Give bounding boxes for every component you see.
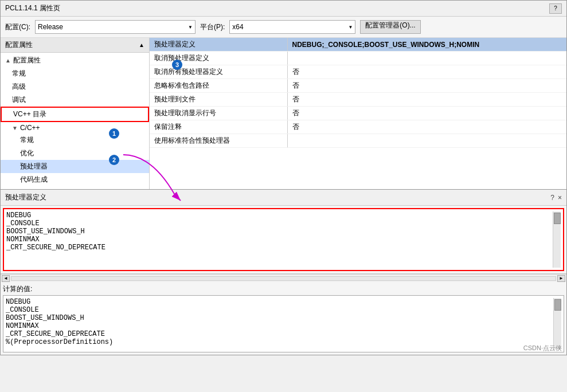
sub-dialog-close[interactable]: × — [558, 194, 562, 202]
sub-dialog-title-bar: 预处理器定义 ? × — [1, 190, 566, 206]
text-input-content[interactable]: NDEBUG_CONSOLEBOOST_USE_WINDOWS_HNOMINMA… — [6, 211, 553, 268]
window-title: PCL1.14.1 属性页 — [5, 3, 60, 13]
watermark: CSDN·点云侠 — [523, 344, 562, 352]
badge-1: 1 — [109, 128, 119, 139]
text-scrollbar-thumb[interactable] — [554, 213, 561, 224]
tree-item-debug-label: 调试 — [12, 95, 26, 105]
tree-item-debug[interactable]: 调试 — [1, 93, 149, 107]
calc-box: NDEBUG_CONSOLEBOOST_USE_WINDOWS_HNOMINMA… — [3, 295, 564, 352]
calc-line: _CONSOLE — [6, 306, 553, 314]
tree-item-advanced-label: 高级 — [12, 82, 26, 92]
tree-scroll-up[interactable]: ▲ — [139, 42, 144, 48]
badge-2: 2 — [109, 155, 119, 165]
tree-item-label: 配置属性 — [13, 56, 41, 65]
sub-dialog: 预处理器定义 ? × NDEBUG_CONSOLEBOOST_USE_WINDO… — [0, 189, 567, 355]
props-row-label: 使用标准符合性预处理器 — [150, 134, 287, 148]
title-controls: ? — [549, 3, 562, 14]
sub-dialog-help[interactable]: ? — [550, 194, 554, 202]
h-scroll-track[interactable] — [11, 276, 556, 281]
tree-item-vcpp-dir-label: VC++ 目录 — [13, 109, 46, 119]
tree-item-cpp-general[interactable]: 常规 — [1, 134, 149, 147]
props-row[interactable]: 忽略标准包含路径否 — [150, 79, 566, 93]
props-row-label: 取消预处理器定义 — [150, 52, 287, 65]
platform-label: 平台(P): — [200, 22, 225, 32]
sub-dialog-controls: ? × — [550, 194, 562, 202]
tree-item-optimize[interactable]: 优化 — [1, 147, 149, 160]
text-line: NOMINMAX — [6, 236, 553, 244]
props-row[interactable]: 预处理取消显示行号否 — [150, 107, 566, 120]
props-panel: 预处理器定义NDEBUG;_CONSOLE;BOOST_USE_WINDOWS_… — [150, 38, 566, 195]
tree-item-optimize-label: 优化 — [20, 148, 34, 158]
config-label: 配置(C): — [5, 22, 30, 32]
tree-item-advanced[interactable]: 高级 — [1, 80, 149, 93]
tree-item-cpp-label: C/C++ — [20, 124, 40, 132]
props-row[interactable]: 保留注释否 — [150, 120, 566, 134]
platform-value: x64 — [232, 23, 243, 31]
props-row-value: 否 — [287, 120, 566, 134]
tree-items: ▲ 配置属性 常规 高级 调试 VC++ 目录 — [1, 53, 149, 195]
props-row[interactable]: 预处理到文件否 — [150, 93, 566, 107]
text-line: _CRT_SECURE_NO_DEPRECATE — [6, 244, 553, 252]
props-row-label: 保留注释 — [150, 120, 287, 134]
h-scroll-left[interactable]: ◄ — [2, 275, 10, 282]
props-row[interactable]: 使用标准符合性预处理器 — [150, 134, 566, 148]
tree-item-root[interactable]: ▲ 配置属性 — [1, 54, 149, 67]
title-bar: PCL1.14.1 属性页 ? — [1, 1, 566, 17]
props-row[interactable]: 取消预处理器定义 — [150, 52, 566, 65]
calc-scrollbar-thumb[interactable] — [554, 299, 561, 311]
calc-line: %(PreprocessorDefinitions) — [6, 338, 553, 346]
text-line: BOOST_USE_WINDOWS_H — [6, 228, 553, 236]
props-row-value: NDEBUG;_CONSOLE;BOOST_USE_WINDOWS_H;NOMI… — [287, 38, 566, 52]
h-scroll-right[interactable]: ► — [557, 275, 565, 282]
text-line: NDEBUG — [6, 211, 553, 219]
tree-item-general-label: 常规 — [12, 69, 26, 79]
props-row-value — [287, 134, 566, 148]
props-row-value: 否 — [287, 93, 566, 107]
tree-item-cpp[interactable]: ▼ C/C++ — [1, 122, 149, 134]
props-row-value: 否 — [287, 65, 566, 79]
calc-content: NDEBUG_CONSOLEBOOST_USE_WINDOWS_HNOMINMA… — [6, 298, 553, 350]
tree-panel: 配置属性 ▲ ▲ 配置属性 常规 高级 调试 — [1, 38, 150, 195]
props-table: 预处理器定义NDEBUG;_CONSOLE;BOOST_USE_WINDOWS_… — [150, 38, 566, 148]
config-select[interactable]: Release ▼ — [35, 20, 195, 34]
props-row[interactable]: 取消所有预处理器定义否 — [150, 65, 566, 79]
config-value: Release — [38, 23, 63, 31]
tree-item-codegen[interactable]: 代码生成 — [1, 173, 149, 186]
text-line: _CONSOLE — [6, 219, 553, 228]
text-area-section: NDEBUG_CONSOLEBOOST_USE_WINDOWS_HNOMINMA… — [1, 206, 566, 274]
calc-label: 计算的值: — [3, 284, 564, 294]
props-row[interactable]: 预处理器定义NDEBUG;_CONSOLE;BOOST_USE_WINDOWS_… — [150, 38, 566, 52]
content-area: 配置属性 ▲ ▲ 配置属性 常规 高级 调试 — [1, 38, 566, 195]
props-row-label: 预处理取消显示行号 — [150, 107, 287, 120]
tree-header-label: 配置属性 — [5, 40, 33, 50]
calc-line: NDEBUG — [6, 298, 553, 306]
props-row-value: 否 — [287, 79, 566, 93]
props-row-label: 预处理器定义 — [150, 38, 287, 52]
tree-panel-header: 配置属性 ▲ — [1, 38, 149, 53]
props-row-label: 取消所有预处理器定义 — [150, 65, 287, 79]
tree-item-preprocessor[interactable]: 预处理器 — [1, 160, 149, 173]
calc-scrollbar[interactable] — [553, 298, 561, 350]
platform-select[interactable]: x64 ▼ — [229, 20, 355, 34]
tree-item-preprocessor-label: 预处理器 — [20, 162, 48, 171]
config-dropdown-arrow: ▼ — [188, 25, 193, 30]
tree-item-general[interactable]: 常规 — [1, 67, 149, 80]
props-row-label: 忽略标准包含路径 — [150, 79, 287, 93]
config-manager-button[interactable]: 配置管理器(O)... — [360, 20, 420, 34]
props-row-value: 否 — [287, 107, 566, 120]
calc-line: _CRT_SECURE_NO_DEPRECATE — [6, 330, 553, 338]
config-bar: 配置(C): Release ▼ 平台(P): x64 ▼ 配置管理器(O)..… — [1, 17, 566, 38]
tree-expand-root: ▲ — [5, 57, 11, 64]
badge-3: 3 — [172, 60, 182, 70]
help-button[interactable]: ? — [549, 3, 562, 14]
tree-expand-cpp: ▼ — [12, 125, 18, 131]
text-scrollbar[interactable] — [553, 211, 561, 268]
props-row-value — [287, 52, 566, 65]
tree-item-codegen-label: 代码生成 — [20, 175, 48, 185]
text-input-box[interactable]: NDEBUG_CONSOLEBOOST_USE_WINDOWS_HNOMINMA… — [3, 208, 564, 271]
platform-dropdown-arrow: ▼ — [348, 25, 353, 30]
calc-line: NOMINMAX — [6, 322, 553, 330]
main-window: PCL1.14.1 属性页 ? 配置(C): Release ▼ 平台(P): … — [0, 0, 567, 195]
props-row-label: 预处理到文件 — [150, 93, 287, 107]
tree-item-vcpp-dir[interactable]: VC++ 目录 — [1, 107, 149, 122]
